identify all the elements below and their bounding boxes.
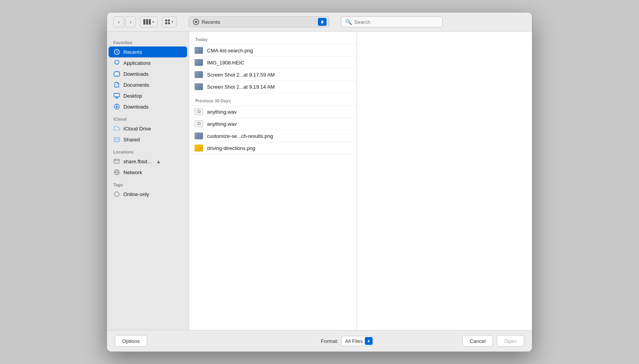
icloud-drive-icon [113, 125, 120, 132]
back-icon: ‹ [118, 19, 120, 25]
eject-icon[interactable]: ▲ [156, 159, 161, 164]
favorites-header: Favorites [107, 36, 189, 46]
svg-point-4 [118, 139, 119, 140]
search-bar[interactable]: 🔍 [341, 16, 443, 27]
file-thumbnail [195, 120, 203, 127]
main-content: Favorites Recents Applications [107, 32, 532, 330]
downloads-folder-label: Downloads [123, 71, 148, 77]
file-thumbnail [195, 132, 203, 139]
svg-point-3 [115, 139, 116, 140]
downloads-folder-icon [113, 70, 120, 77]
file-name: CMA-list-search.png [207, 48, 253, 54]
list-item[interactable]: anything.wav [189, 118, 357, 130]
icloud-header: iCloud [107, 112, 189, 123]
sidebar-item-desktop[interactable]: Desktop [109, 90, 187, 101]
file-name: Screen Shot 2...at 9.19.14 AM [207, 84, 275, 90]
location-up-arrow [321, 20, 324, 22]
list-item[interactable]: customize-se...ch-results.png [189, 130, 357, 142]
desktop-icon [113, 92, 120, 99]
forward-button[interactable]: › [125, 16, 136, 27]
sidebar-item-online-only[interactable]: Online-only [109, 189, 187, 200]
location-label: Recents [202, 19, 220, 25]
file-thumbnail [195, 145, 203, 152]
options-button[interactable]: Options [115, 335, 147, 347]
locations-header: Locations [107, 145, 189, 156]
column-view-icon [143, 19, 151, 25]
list-item[interactable]: IMG_1908.HEIC [189, 57, 357, 69]
sidebar-item-applications[interactable]: Applications [109, 57, 187, 68]
open-file-dialog: ‹ › ▾ ▾ Recents [107, 12, 532, 352]
location-icon [113, 158, 120, 165]
file-list-pane: Today CMA-list-search.png IMG_1908.HEIC … [189, 32, 357, 330]
svg-point-9 [114, 192, 119, 196]
file-name: IMG_1908.HEIC [207, 60, 244, 66]
location-arrows-button[interactable] [318, 18, 327, 26]
shared-icon [113, 136, 120, 143]
sidebar-item-recents[interactable]: Recents [109, 46, 187, 57]
sidebar-item-shared[interactable]: Shared [109, 134, 187, 145]
format-select[interactable]: All Files [341, 336, 373, 346]
network-icon [113, 169, 120, 176]
share-fbsd-label: share.fbsd... [123, 159, 152, 164]
network-label: Network [123, 170, 142, 175]
applications-label: Applications [123, 60, 151, 66]
file-name: anything.wav [207, 121, 237, 127]
list-item[interactable]: CMA-list-search.png [189, 45, 357, 57]
bottom-bar: Options Format: All Files Cancel Open [107, 330, 532, 352]
file-name: customize-se...ch-results.png [207, 133, 273, 139]
downloads-arrow-icon [113, 103, 120, 110]
format-select-wrap[interactable]: All Files [341, 336, 373, 346]
location-display: Recents [193, 19, 220, 25]
format-label: Format: [321, 338, 339, 344]
sidebar-item-downloads-arrow[interactable]: Downloads [109, 101, 187, 112]
previous30-section-header: Previous 30 Days [189, 93, 357, 106]
documents-icon [113, 81, 120, 88]
open-button[interactable]: Open [497, 335, 524, 347]
file-name: driving-directions.png [207, 145, 255, 151]
tag-online-icon [113, 191, 120, 198]
recents-label: Recents [123, 49, 142, 55]
recents-icon [113, 48, 120, 55]
toolbar: ‹ › ▾ ▾ Recents [107, 12, 532, 32]
search-icon: 🔍 [345, 19, 352, 25]
list-item[interactable]: driving-directions.png [189, 142, 357, 154]
list-item[interactable]: anything.wav [189, 106, 357, 118]
today-section-header: Today [189, 32, 357, 45]
applications-icon [113, 59, 120, 66]
shared-label: Shared [123, 137, 140, 143]
grid-view-button[interactable]: ▾ [162, 16, 177, 27]
column-view-chevron: ▾ [152, 20, 154, 24]
sidebar-item-network[interactable]: Network [109, 167, 187, 178]
list-item[interactable]: Screen Shot 2...at 9.17.59 AM [189, 69, 357, 81]
sidebar: Favorites Recents Applications [107, 32, 189, 330]
svg-point-6 [115, 160, 116, 161]
nav-buttons: ‹ › [113, 16, 136, 27]
grid-view-chevron: ▾ [171, 20, 173, 24]
documents-label: Documents [123, 82, 149, 88]
downloads-arrow-label: Downloads [123, 104, 148, 110]
file-name: Screen Shot 2...at 9.17.59 AM [207, 72, 275, 78]
online-only-label: Online-only [123, 191, 149, 197]
grid-view-icon [165, 20, 170, 24]
file-thumbnail [195, 47, 203, 54]
format-row: Format: All Files [321, 336, 374, 346]
file-thumbnail [195, 59, 203, 66]
list-item[interactable]: Screen Shot 2...at 9.19.14 AM [189, 81, 357, 93]
location-bar[interactable]: Recents [189, 16, 329, 27]
desktop-label: Desktop [123, 93, 142, 99]
file-thumbnail [195, 83, 203, 90]
back-button[interactable]: ‹ [113, 16, 124, 27]
svg-rect-1 [114, 93, 120, 97]
sidebar-item-documents[interactable]: Documents [109, 79, 187, 90]
column-view-button[interactable]: ▾ [140, 16, 158, 27]
tags-header: Tags [107, 178, 189, 189]
preview-pane [357, 32, 532, 330]
file-thumbnail [195, 108, 203, 115]
sidebar-item-icloud-drive[interactable]: iCloud Drive [109, 123, 187, 134]
forward-icon: › [130, 19, 132, 25]
sidebar-item-share-fbsd[interactable]: share.fbsd... ▲ [109, 156, 187, 167]
search-input[interactable] [354, 19, 438, 25]
file-area: Today CMA-list-search.png IMG_1908.HEIC … [189, 32, 532, 330]
cancel-button[interactable]: Cancel [462, 335, 493, 347]
sidebar-item-downloads-folder[interactable]: Downloads [109, 68, 187, 79]
